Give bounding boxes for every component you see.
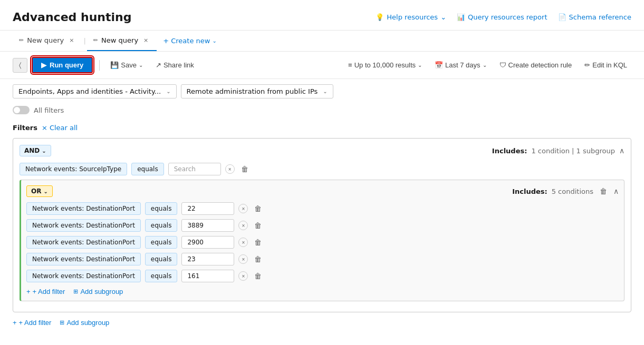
- template-chevron-icon: ⌄: [323, 88, 327, 94]
- dest-port-operator-2: equals: [145, 236, 178, 249]
- subgroup-add-subgroup-button[interactable]: ⊞ Add subgroup: [73, 288, 123, 295]
- help-resources-link[interactable]: 💡 Help resources ⌄: [376, 13, 446, 21]
- dest-port-field-4: Network events: DestinationPort: [26, 270, 141, 282]
- date-range-button[interactable]: 📅 Last 7 days ⌄: [430, 58, 491, 72]
- sidebar-toggle-button[interactable]: 〈: [13, 58, 27, 73]
- share-icon: ↗: [156, 61, 161, 69]
- and-label: AND: [24, 147, 40, 154]
- results-limit-button[interactable]: ≡ Up to 10,000 results ⌄: [344, 58, 426, 72]
- dest-port-field-1: Network events: DestinationPort: [26, 219, 141, 232]
- main-filter-group: AND ⌄ Includes: 1 condition | 1 subgroup…: [13, 138, 631, 312]
- chevron-down-icon: ⌄: [440, 13, 446, 21]
- clear-all-button[interactable]: × Clear all: [42, 124, 78, 132]
- category-chevron-icon: ⌄: [166, 88, 170, 94]
- dest-port-operator-4: equals: [145, 270, 178, 282]
- tab-2[interactable]: ✏ New query ×: [87, 31, 157, 51]
- tab-close-1[interactable]: ×: [67, 36, 76, 45]
- dest-port-value-4[interactable]: 161: [181, 270, 234, 282]
- edit-in-kql-button[interactable]: ✏ Edit in KQL: [580, 58, 631, 72]
- source-ip-value-input[interactable]: Search: [168, 163, 221, 175]
- clear-icon: ×: [42, 124, 47, 132]
- tab-label-2: New query: [101, 36, 138, 44]
- dest-port-clear-3[interactable]: ×: [238, 254, 248, 264]
- plus-icon: +: [163, 37, 169, 45]
- save-chevron-icon: ⌄: [139, 62, 143, 68]
- dest-port-clear-1[interactable]: ×: [238, 221, 248, 230]
- dest-port-clear-2[interactable]: ×: [238, 238, 248, 247]
- subgroup-header: OR ⌄ Includes: 5 conditions 🗑 ∧: [26, 185, 619, 197]
- source-ip-field: Network events: SourceIpType: [20, 163, 127, 175]
- subgroup-includes-value: 5 conditions: [552, 188, 593, 195]
- page-title: Advanced hunting: [13, 11, 131, 24]
- subgroup-delete-button[interactable]: 🗑: [598, 186, 609, 196]
- doc-icon: 📄: [558, 13, 566, 21]
- page-header: Advanced hunting 💡 Help resources ⌄ 📊 Qu…: [0, 0, 644, 31]
- tab-icon-1: ✏: [19, 37, 24, 44]
- or-chevron-icon: ⌄: [43, 189, 47, 194]
- dest-port-clear-4[interactable]: ×: [238, 271, 248, 281]
- dest-port-value-3[interactable]: 23: [181, 253, 234, 265]
- or-subgroup: OR ⌄ Includes: 5 conditions 🗑 ∧ Network …: [20, 180, 624, 301]
- dest-port-operator-0: equals: [145, 202, 178, 215]
- dest-port-row-1: Network events: DestinationPort equals 3…: [26, 219, 619, 232]
- create-new-tab[interactable]: + Create new ⌄: [157, 32, 223, 50]
- dest-port-delete-0[interactable]: 🗑: [252, 203, 264, 214]
- chart-icon: 📊: [457, 13, 465, 21]
- dest-port-clear-0[interactable]: ×: [238, 204, 248, 213]
- tab-close-2[interactable]: ×: [141, 36, 150, 45]
- list-icon: ≡: [348, 61, 352, 69]
- share-link-button[interactable]: ↗ Share link: [151, 58, 198, 72]
- and-operator-button[interactable]: AND ⌄: [20, 145, 51, 156]
- filters-title: Filters: [13, 124, 37, 132]
- dest-port-delete-2[interactable]: 🗑: [252, 237, 264, 248]
- tab-icon-2: ✏: [93, 37, 98, 44]
- all-filters-toggle[interactable]: [13, 106, 30, 114]
- dest-port-operator-1: equals: [145, 219, 178, 232]
- subgroup-add-filter-button[interactable]: + + Add filter: [26, 288, 65, 295]
- dest-port-row-4: Network events: DestinationPort equals 1…: [26, 270, 619, 282]
- subgroup-add-actions: + + Add filter ⊞ Add subgroup: [26, 288, 619, 295]
- or-label: OR: [31, 188, 41, 195]
- source-ip-clear-button[interactable]: ×: [225, 164, 235, 174]
- dest-port-value-1[interactable]: 3889: [181, 219, 234, 232]
- run-query-button[interactable]: ▶ Run query: [32, 57, 93, 73]
- group-collapse-button[interactable]: ∧: [619, 146, 624, 155]
- dest-port-value-0[interactable]: 22: [181, 202, 234, 215]
- dest-port-value-2[interactable]: 2900: [181, 236, 234, 249]
- dest-port-delete-1[interactable]: 🗑: [252, 220, 264, 231]
- bottom-add-actions: + + Add filter ⊞ Add subgroup: [13, 319, 631, 327]
- query-resources-report-link[interactable]: 📊 Query resources report: [457, 13, 547, 21]
- template-label: Remote administration from public IPs: [187, 87, 318, 95]
- bottom-add-filter-button[interactable]: + + Add filter: [13, 319, 51, 327]
- toolbar: 〈 ▶ Run query 💾 Save ⌄ ↗ Share link ≡ Up…: [0, 52, 644, 79]
- bulb-icon: 💡: [376, 13, 384, 21]
- date-chevron-icon: ⌄: [483, 62, 487, 68]
- includes-text: Includes:: [492, 147, 527, 155]
- category-label: Endpoints, Apps and identities - Activit…: [18, 87, 161, 95]
- template-dropdown[interactable]: Remote administration from public IPs ⌄: [181, 84, 333, 98]
- pencil-icon: ✏: [584, 61, 590, 69]
- category-dropdown[interactable]: Endpoints, Apps and identities - Activit…: [13, 84, 177, 98]
- group-header: AND ⌄ Includes: 1 condition | 1 subgroup…: [20, 145, 624, 156]
- all-filters-row: All filters: [0, 104, 644, 120]
- or-operator-button[interactable]: OR ⌄: [26, 185, 53, 197]
- run-icon: ▶: [41, 61, 46, 69]
- dest-port-delete-4[interactable]: 🗑: [252, 271, 264, 281]
- tab-1[interactable]: ✏ New query ×: [13, 31, 82, 51]
- save-icon: 💾: [110, 61, 119, 69]
- source-ip-delete-button[interactable]: 🗑: [239, 164, 251, 174]
- dest-port-delete-3[interactable]: 🗑: [252, 254, 264, 264]
- main-equals-operator: equals: [131, 163, 164, 175]
- create-detection-rule-button[interactable]: 🛡 Create detection rule: [495, 58, 576, 72]
- search-placeholder: Search: [174, 165, 196, 173]
- group-includes: Includes: 1 condition | 1 subgroup ∧: [492, 146, 624, 155]
- subgroup-includes: Includes: 5 conditions 🗑 ∧: [512, 186, 619, 196]
- save-button[interactable]: 💾 Save ⌄: [106, 58, 147, 72]
- bottom-add-subgroup-button[interactable]: ⊞ Add subgroup: [60, 319, 109, 327]
- subgroup-collapse-button[interactable]: ∧: [613, 187, 619, 195]
- results-chevron-icon: ⌄: [418, 62, 422, 68]
- main-content: 〈 ▶ Run query 💾 Save ⌄ ↗ Share link ≡ Up…: [0, 52, 644, 331]
- main-condition-row: Network events: SourceIpType equals Sear…: [20, 163, 624, 175]
- schema-reference-link[interactable]: 📄 Schema reference: [558, 13, 631, 21]
- tab-divider: |: [83, 37, 85, 45]
